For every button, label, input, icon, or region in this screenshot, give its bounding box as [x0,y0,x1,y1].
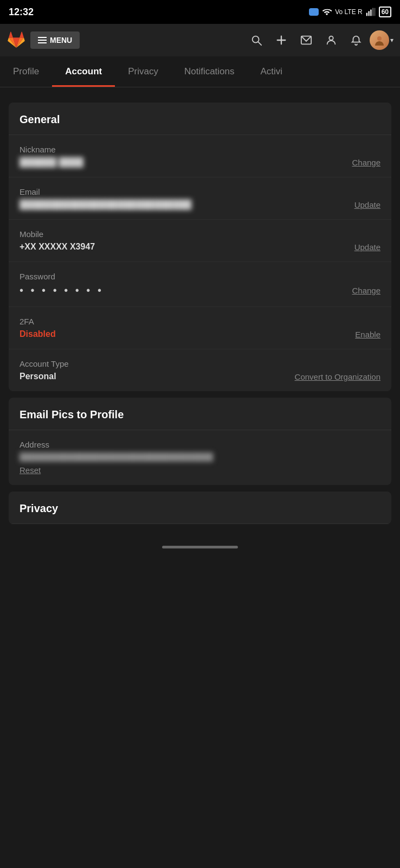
tab-account[interactable]: Account [52,56,115,87]
status-bar: 12:32 Vo LTE R 60 [0,0,400,24]
privacy-section: Privacy [9,492,391,524]
email-pics-header: Email Pics to Profile [9,398,391,430]
account-type-value: Personal [20,372,288,381]
wifi-icon [322,7,332,17]
two-fa-field: 2FA Disabled Enable [9,307,391,349]
signal-text: Vo LTE R [335,8,362,16]
mobile-update-button[interactable]: Update [354,242,380,252]
convert-to-org-button[interactable]: Convert to Organization [295,372,380,381]
signal-bars-icon [366,7,376,17]
nickname-change-button[interactable]: Change [352,158,380,167]
mail-button[interactable] [295,29,318,52]
password-dots: • • • • • • • • [20,284,345,297]
notifications-button[interactable] [345,29,367,52]
hamburger-icon [38,37,47,43]
password-label: Password [20,272,380,281]
tab-activity[interactable]: Activi [248,56,296,87]
tab-notifications[interactable]: Notifications [171,56,248,87]
user-avatar-wrap[interactable]: ▾ [370,30,393,50]
mobile-label: Mobile [20,229,380,239]
email-pics-address-label: Address [20,440,380,449]
mobile-field: Mobile +XX XXXXX X3947 Update [9,220,391,262]
tab-bar: Profile Account Privacy Notifications Ac… [0,56,400,87]
battery-indicator: 60 [379,7,391,17]
general-section: General Nickname ██████ ████ Change Emai… [9,103,391,391]
user-icon [325,34,337,46]
email-field: Email ████████████████████████████ Updat… [9,177,391,220]
mail-icon [300,34,312,46]
svg-line-6 [258,42,261,45]
search-icon [250,34,262,46]
search-button[interactable] [245,29,268,52]
svg-point-10 [329,36,333,40]
password-field: Password • • • • • • • • Change [9,262,391,307]
menu-button[interactable]: MENU [30,31,80,49]
two-fa-label: 2FA [20,317,380,326]
email-pics-address-value: ████████████████████████████████████ [20,452,380,461]
email-update-button[interactable]: Update [354,200,380,209]
home-indicator [0,539,400,553]
status-icons: Vo LTE R 60 [309,7,391,17]
home-bar [162,546,238,548]
mobile-value: +XX XXXXX X3947 [20,242,348,252]
content-area: General Nickname ██████ ████ Change Emai… [0,87,400,539]
tab-privacy[interactable]: Privacy [115,56,171,87]
nickname-field: Nickname ██████ ████ Change [9,135,391,177]
privacy-section-header: Privacy [9,492,391,524]
password-change-button[interactable]: Change [352,286,380,295]
plus-icon [275,34,287,46]
svg-rect-1 [368,11,369,16]
tab-profile[interactable]: Profile [0,56,52,87]
svg-rect-4 [374,8,375,16]
nickname-value: ██████ ████ [20,157,345,167]
email-pics-address-field: Address ████████████████████████████████… [9,430,391,485]
two-fa-enable-button[interactable]: Enable [355,330,380,339]
user-button[interactable] [320,29,343,52]
status-time: 12:32 [9,7,34,18]
top-nav: MENU [0,24,400,56]
email-pics-reset-button[interactable]: Reset [20,465,41,475]
svg-rect-3 [372,8,373,16]
general-section-header: General [9,103,391,135]
add-button[interactable] [270,29,293,52]
email-value: ████████████████████████████ [20,200,348,209]
nickname-label: Nickname [20,145,380,154]
account-type-label: Account Type [20,359,380,368]
email-label: Email [20,187,380,196]
two-fa-status: Disabled [20,329,349,339]
email-pics-section: Email Pics to Profile Address ██████████… [9,398,391,485]
svg-point-11 [377,36,382,41]
svg-rect-2 [370,10,371,16]
bell-icon [350,34,362,46]
account-type-field: Account Type Personal Convert to Organiz… [9,349,391,391]
avatar-chevron-icon: ▾ [390,36,393,44]
svg-rect-0 [366,13,367,16]
gitlab-logo [7,30,26,50]
avatar [370,30,389,50]
notification-status-icon [309,8,319,16]
